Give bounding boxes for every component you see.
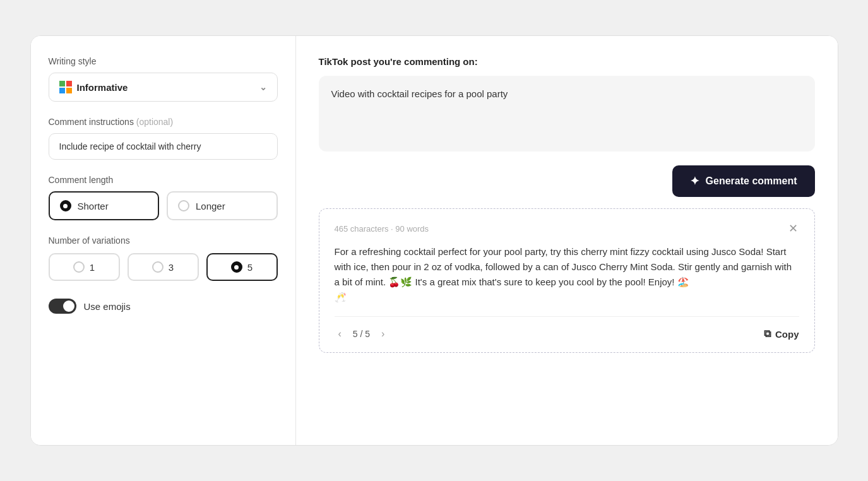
comment-instructions-label: Comment instructions (optional)	[49, 117, 278, 127]
var-5-label: 5	[247, 262, 253, 273]
result-footer: ‹ 5 / 5 › ⧉ Copy	[335, 316, 799, 342]
pagination: ‹ 5 / 5 ›	[335, 326, 389, 342]
post-textarea[interactable]: Video with cocktail recipes for a pool p…	[319, 76, 815, 151]
result-meta: 465 characters · 90 words	[335, 224, 429, 234]
next-page-button[interactable]: ›	[378, 326, 388, 342]
radio-var-3	[152, 261, 163, 273]
generate-btn-row: ✦ Generate comment	[319, 165, 815, 197]
svg-rect-2	[59, 88, 65, 93]
style-selector[interactable]: Informative ⌄	[49, 73, 278, 102]
emoji-toggle-row: Use emojis	[49, 299, 278, 314]
style-selected-label: Informative	[77, 82, 128, 93]
copy-button[interactable]: ⧉ Copy	[764, 328, 799, 340]
emoji-label: Use emojis	[84, 301, 131, 312]
writing-style-label: Writing style	[49, 56, 278, 66]
comment-length-label: Comment length	[49, 175, 278, 185]
result-header: 465 characters · 90 words ✕	[335, 222, 799, 235]
generate-comment-button[interactable]: ✦ Generate comment	[672, 165, 815, 197]
copy-label: Copy	[775, 329, 799, 340]
result-text: For a refreshing cocktail perfect for yo…	[335, 244, 799, 305]
copy-icon: ⧉	[764, 328, 771, 340]
post-label: TikTok post you're commenting on:	[319, 56, 815, 67]
radio-var-5	[231, 261, 242, 273]
shorter-label: Shorter	[78, 201, 109, 211]
page-indicator: 5 / 5	[353, 329, 370, 339]
var-1-label: 1	[90, 262, 95, 273]
chevron-down-icon: ⌄	[259, 82, 267, 92]
emoji-toggle[interactable]	[49, 299, 76, 314]
sparkle-icon: ✦	[690, 174, 699, 188]
main-card: Writing style Informative ⌄ Comment inst…	[30, 35, 838, 446]
variation-option-1[interactable]: 1	[49, 253, 120, 281]
optional-label: (optional)	[136, 117, 173, 127]
right-panel: TikTok post you're commenting on: Video …	[296, 36, 838, 445]
length-option-longer[interactable]: Longer	[167, 191, 278, 220]
svg-rect-3	[66, 88, 72, 93]
longer-label: Longer	[196, 201, 225, 211]
generate-btn-label: Generate comment	[706, 175, 797, 187]
length-option-shorter[interactable]: Shorter	[49, 191, 160, 220]
style-dropdown[interactable]: Informative ⌄	[49, 73, 278, 102]
radio-var-1	[73, 261, 85, 273]
style-display-left: Informative	[59, 81, 128, 93]
length-options: Shorter Longer	[49, 191, 278, 220]
radio-longer	[178, 200, 189, 211]
close-result-button[interactable]: ✕	[787, 222, 799, 235]
comment-instructions-input[interactable]	[49, 133, 278, 160]
variation-option-3[interactable]: 3	[128, 253, 199, 281]
variations-label: Number of variations	[49, 235, 278, 246]
left-panel: Writing style Informative ⌄ Comment inst…	[31, 36, 296, 445]
variation-option-5[interactable]: 5	[206, 253, 278, 281]
svg-rect-0	[59, 81, 65, 86]
var-3-label: 3	[169, 262, 174, 273]
svg-rect-1	[66, 81, 72, 86]
prev-page-button[interactable]: ‹	[335, 326, 345, 342]
result-card: 465 characters · 90 words ✕ For a refres…	[319, 208, 815, 353]
radio-shorter	[60, 200, 71, 211]
style-color-icon	[59, 81, 72, 93]
variation-options: 1 3 5	[49, 253, 278, 281]
